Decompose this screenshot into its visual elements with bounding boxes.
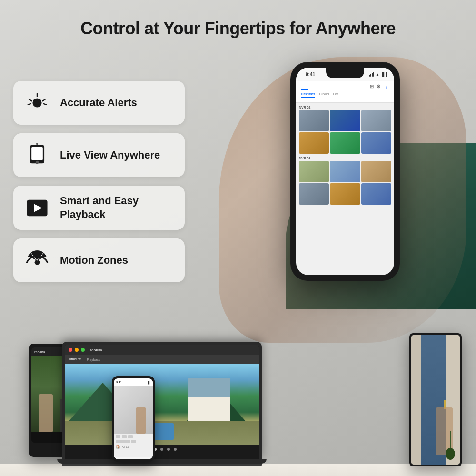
doorbell-wall-right	[446, 335, 460, 465]
svg-line-3	[43, 99, 46, 101]
motion-sensor-icon	[24, 247, 50, 274]
laptop-tabs-bar: Timeline Playback	[65, 355, 259, 364]
laptop-device: reolink Timeline Playback	[62, 342, 262, 466]
sp-btn-3	[128, 435, 133, 438]
hamburger-icon	[301, 86, 308, 90]
phone-header-row: ⊞ ⚙ ＋	[301, 84, 389, 92]
alert-bell-icon	[24, 89, 50, 116]
tablet-person-1	[39, 394, 53, 432]
device-cluster: reolink 9:41 ▋	[24, 319, 452, 476]
laptop-building	[188, 378, 230, 426]
sp-btn-wide	[116, 440, 130, 443]
phone-time: 9:41	[306, 72, 315, 77]
small-phone-header: 9:41 ▋	[114, 378, 153, 386]
camera-thumb-3	[361, 110, 391, 131]
camera-thumb-10	[299, 183, 329, 205]
camera-thumb-9	[361, 161, 391, 182]
small-phone-body: 9:41 ▋ 🏠	[112, 376, 155, 462]
laptop-pool-area	[65, 421, 259, 445]
feature-motion-zones: Motion Zones	[13, 238, 185, 282]
svg-line-5	[28, 104, 31, 105]
svg-line-2	[29, 99, 32, 101]
small-phone-battery: ▋	[148, 381, 150, 384]
camera-thumb-11	[330, 183, 360, 205]
camera-thumb-1	[299, 110, 329, 131]
doorbell-wall-left	[411, 335, 421, 465]
laptop-tab-playback: Playback	[87, 358, 100, 361]
control-dot-5	[174, 448, 177, 451]
small-phone-device: 9:41 ▋ 🏠	[112, 376, 155, 462]
doorbell-camera-device	[409, 333, 462, 466]
sp-icon-back: ◁	[122, 445, 125, 449]
feature-live-view: Live View Anywhere	[13, 133, 185, 177]
small-phone-screen: 9:41 ▋ 🏠	[114, 378, 153, 459]
phone-notch	[326, 68, 364, 78]
doorbell-body	[409, 333, 462, 466]
phone-screen: 9:41 ▲ ▋	[296, 68, 394, 275]
feature-accurate-alerts-label: Accurate Alerts	[60, 96, 137, 110]
camera-thumb-4	[299, 132, 329, 154]
small-phone-time: 9:41	[116, 381, 122, 384]
camera-grid-2	[299, 161, 391, 205]
feature-live-view-label: Live View Anywhere	[60, 149, 160, 162]
laptop-dot-min	[75, 348, 79, 352]
plant-top	[446, 448, 455, 460]
battery-icon: ▋	[381, 72, 387, 77]
sp-control-row-1	[116, 435, 151, 438]
phone-header-actions: ⊞ ⚙ ＋	[370, 84, 389, 92]
control-dot-3	[160, 448, 163, 451]
camera-thumb-6	[361, 132, 391, 154]
grid-icon: ⊞	[370, 84, 374, 92]
small-phone-controls: 🏠 ◁ □	[114, 434, 153, 457]
settings-icon: ⚙	[377, 84, 381, 92]
phone-tabs: Devices Cloud Lot	[301, 92, 389, 98]
small-phone-camera-view	[114, 386, 153, 434]
svg-rect-1	[36, 105, 39, 106]
sp-icon-square: □	[126, 445, 129, 449]
doorbell-plant	[446, 431, 455, 460]
laptop-dot-close	[69, 348, 72, 352]
feature-motion-zones-label: Motion Zones	[60, 254, 128, 268]
feature-smart-playback-label: Smart and Easy Playback	[60, 194, 174, 221]
svg-rect-8	[31, 147, 43, 160]
wifi-icon: ▲	[376, 72, 379, 77]
sp-btn-2	[122, 435, 127, 438]
phone-body: 9:41 ▲ ▋	[290, 62, 400, 281]
laptop-screen: reolink Timeline Playback	[65, 345, 259, 459]
features-list: Accurate Alerts Live View Anywhere Smart…	[13, 81, 185, 291]
sp-icon-home: 🏠	[116, 445, 120, 449]
laptop-tab-timeline: Timeline	[69, 357, 81, 361]
control-dot-4	[167, 448, 170, 451]
page-title: Control at Your Fingertips for Anywhere	[0, 18, 476, 39]
signal-icon	[369, 72, 374, 77]
mobile-camera-icon	[24, 142, 50, 169]
tab-lot: Lot	[333, 92, 338, 98]
feature-accurate-alerts: Accurate Alerts	[13, 81, 185, 125]
camera-thumb-2	[330, 110, 360, 131]
laptop-brand-label: reolink	[90, 348, 102, 352]
laptop-titlebar: reolink	[65, 345, 259, 355]
sp-control-row-2	[116, 440, 151, 443]
svg-point-10	[36, 143, 38, 145]
sp-btn-1	[116, 435, 120, 438]
svg-line-6	[43, 104, 46, 105]
laptop-bottom-bar	[57, 459, 267, 464]
add-icon: ＋	[384, 84, 389, 92]
laptop-dot-max	[81, 348, 85, 352]
laptop-main-view	[65, 364, 259, 445]
sp-person	[136, 407, 146, 434]
phone-app-header: ⊞ ⚙ ＋ Devices Cloud Lot	[296, 81, 394, 103]
camera-grid-section: NVR 02 NVR 03	[296, 103, 394, 209]
camera-thumb-5	[330, 132, 360, 154]
laptop-base	[62, 459, 262, 466]
play-screen-icon	[24, 195, 50, 221]
camera-thumb-7	[299, 161, 329, 182]
phone-mockup: 9:41 ▲ ▋	[290, 62, 400, 281]
nvr-label-1: NVR 02	[299, 106, 391, 109]
camera-grid-1	[299, 110, 391, 154]
feature-smart-playback: Smart and Easy Playback	[13, 186, 185, 230]
sp-btn-4	[131, 440, 136, 443]
svg-point-9	[36, 161, 39, 164]
camera-thumb-12	[361, 183, 391, 205]
tablet-brand-label: reolink	[34, 350, 45, 354]
